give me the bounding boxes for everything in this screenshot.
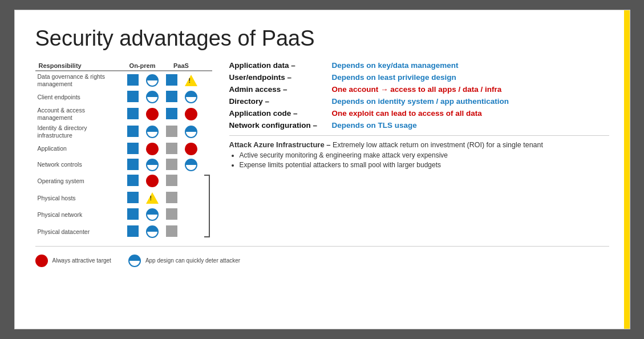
slide: Security advantages of PaaS Responsibili… — [14, 10, 630, 329]
col-header-onprem: On-prem — [123, 61, 162, 71]
paas-icon-1 — [162, 89, 181, 105]
onprem-icon-1 — [123, 207, 143, 224]
item-row: Directory – Depends on identity system /… — [229, 97, 609, 106]
yellow-bar — [624, 10, 630, 329]
onprem-icon-2 — [143, 89, 162, 105]
paas-icon-2 — [181, 207, 201, 224]
table-row: Operating system — [35, 173, 212, 190]
col-header-responsibility: Responsibility — [35, 61, 123, 71]
bullet-item: Active security monitoring & engineering… — [240, 151, 609, 159]
attack-title-bold: Attack Azure Infrastructure – — [229, 140, 333, 149]
table-row: Physical hosts — [35, 189, 212, 207]
onprem-icon-1 — [123, 189, 143, 207]
item-row: Admin access – One account → access to a… — [229, 85, 609, 94]
paas-icon-2 — [181, 223, 201, 240]
onprem-icon-1 — [123, 223, 143, 240]
onprem-icon-1 — [123, 105, 143, 123]
paas-icon-1 — [162, 223, 181, 240]
onprem-icon-2 — [143, 173, 162, 190]
paas-icon-2 — [181, 141, 201, 157]
row-label: Network controls — [35, 157, 123, 173]
item-label: Admin access – — [229, 85, 332, 94]
row-label: Data governance & rights management — [35, 71, 123, 89]
table-row: Physical network — [35, 207, 212, 224]
items-list: Application data – Depends on key/data m… — [229, 61, 609, 130]
paas-icon-1 — [162, 207, 181, 224]
row-label: Physical datacenter — [35, 223, 123, 240]
legend-label: Always attractive target — [52, 257, 111, 264]
item-label: Application code – — [229, 109, 332, 118]
legend-label: App design can quickly deter attacker — [145, 257, 240, 264]
onprem-icon-2 — [143, 105, 162, 123]
table-row: Data governance & rights management — [35, 71, 212, 89]
onprem-icon-2 — [143, 189, 162, 207]
paas-icon-1 — [162, 173, 181, 190]
content-area: Responsibility On-prem PaaS Data governa… — [35, 61, 609, 240]
row-label: Physical network — [35, 207, 123, 224]
onprem-icon-1 — [123, 173, 143, 190]
item-row: Network configuration – Depends on TLS u… — [229, 121, 609, 130]
item-value: One account → access to all apps / data … — [332, 85, 502, 94]
left-table: Responsibility On-prem PaaS Data governa… — [35, 61, 212, 240]
item-row: Application code – One exploit can lead … — [229, 109, 609, 118]
table-row: Identity & directory infrastructure — [35, 123, 212, 140]
onprem-icon-1 — [123, 157, 143, 173]
onprem-icon-2 — [143, 141, 162, 157]
legend-divider — [35, 246, 609, 247]
row-label: Application — [35, 141, 123, 157]
item-row: User/endpoints – Depends on least privil… — [229, 73, 609, 82]
onprem-icon-2 — [143, 71, 162, 89]
table-row: Application — [35, 141, 212, 157]
row-label: Physical hosts — [35, 189, 123, 207]
bracket-icon — [204, 175, 210, 237]
attack-section: Attack Azure Infrastructure – Extremely … — [229, 140, 609, 169]
paas-icon-2 — [181, 173, 201, 190]
bracket-cell — [201, 173, 212, 240]
table-row: Network controls — [35, 157, 212, 173]
item-label: Directory – — [229, 97, 332, 106]
paas-icon-2 — [181, 105, 201, 123]
row-label: Client endpoints — [35, 89, 123, 105]
legend-item: Always attractive target — [35, 255, 111, 267]
onprem-icon-2 — [143, 207, 162, 224]
onprem-icon-1 — [123, 71, 143, 89]
table-row: Physical datacenter — [35, 223, 212, 240]
item-value: Depends on TLS usage — [332, 121, 417, 130]
paas-icon-1 — [162, 105, 181, 123]
divider — [229, 135, 609, 136]
table-row: Account & access management — [35, 105, 212, 123]
item-value: Depends on identity system / app authent… — [332, 97, 509, 106]
bullet-item: Expense limits potential attackers to sm… — [240, 161, 609, 169]
col-header-paas: PaaS — [162, 61, 201, 71]
paas-icon-1 — [162, 123, 181, 140]
item-label: Network configuration – — [229, 121, 332, 130]
attack-bullets: Active security monitoring & engineering… — [240, 151, 609, 169]
paas-icon-1 — [162, 141, 181, 157]
onprem-icon-1 — [123, 141, 143, 157]
onprem-icon-1 — [123, 89, 143, 105]
paas-icon-2 — [181, 157, 201, 173]
table-row: Client endpoints — [35, 89, 212, 105]
item-row: Application data – Depends on key/data m… — [229, 61, 609, 70]
paas-icon-1 — [162, 71, 181, 89]
paas-icon-2 — [181, 189, 201, 207]
item-value: Depends on least privilege design — [332, 73, 456, 82]
row-label: Identity & directory infrastructure — [35, 123, 123, 140]
item-label: Application data – — [229, 61, 332, 70]
onprem-icon-1 — [123, 123, 143, 140]
row-label: Account & access management — [35, 105, 123, 123]
paas-icon-2 — [181, 123, 201, 140]
legend-item: App design can quickly deter attacker — [128, 255, 240, 267]
attack-title-rest: Extremely low attack return on investmen… — [333, 141, 543, 149]
col-header-bracket — [201, 61, 212, 71]
paas-icon-1 — [162, 157, 181, 173]
onprem-icon-2 — [143, 223, 162, 240]
paas-icon-1 — [162, 189, 181, 207]
item-value: Depends on key/data management — [332, 61, 459, 70]
onprem-icon-2 — [143, 123, 162, 140]
item-label: User/endpoints – — [229, 73, 332, 82]
row-label: Operating system — [35, 173, 123, 190]
onprem-icon-2 — [143, 157, 162, 173]
item-value: One exploit can lead to access of all da… — [332, 109, 482, 118]
responsibility-table: Responsibility On-prem PaaS Data governa… — [35, 61, 212, 240]
